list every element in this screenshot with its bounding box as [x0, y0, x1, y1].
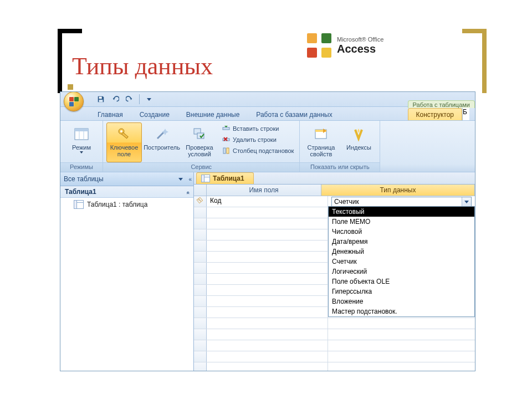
navigation-pane: Все таблицы « Таблица1 « Таблица1 : табл…	[60, 172, 194, 371]
row-selector-header[interactable]	[194, 185, 207, 196]
type-option[interactable]: Поле объекта OLE	[329, 277, 474, 287]
field-row-empty	[194, 340, 475, 351]
type-option[interactable]: Числовой	[329, 227, 474, 237]
data-type-cell[interactable]	[328, 340, 475, 351]
type-option[interactable]: Гиперссылка	[329, 287, 474, 296]
nav-item-table1[interactable]: Таблица1 : таблица	[60, 198, 193, 211]
column-data-type[interactable]: Тип данных	[321, 185, 475, 196]
field-name-cell[interactable]	[207, 207, 328, 218]
data-type-cell[interactable]	[328, 318, 475, 329]
field-name-cell[interactable]	[207, 263, 328, 273]
view-button[interactable]: Режим	[64, 122, 99, 162]
type-option[interactable]: Дата/время	[329, 237, 474, 247]
ribbon-group-show-hide: Страница свойств Индексы Показать или ск…	[300, 121, 380, 172]
property-sheet-button[interactable]: Страница свойств	[303, 122, 339, 162]
row-selector[interactable]	[194, 229, 207, 240]
field-name-cell[interactable]	[207, 307, 328, 318]
field-name-cell[interactable]	[207, 329, 328, 340]
indexes-button[interactable]: Индексы	[341, 122, 376, 162]
table-icon	[74, 200, 84, 209]
type-option[interactable]: Логический	[329, 267, 474, 277]
tab-design[interactable]: Конструктор	[408, 108, 462, 120]
row-selector[interactable]	[194, 307, 207, 318]
indexes-label: Индексы	[346, 144, 371, 151]
primary-key-button[interactable]: Ключевое поле	[106, 122, 142, 162]
row-selector[interactable]	[194, 296, 207, 306]
tab-home[interactable]: Главная	[89, 108, 131, 120]
row-selector[interactable]: ⚿	[194, 196, 207, 207]
field-grid: Имя поля Тип данных ⚿ Код Счетчик	[194, 185, 475, 371]
document-tab-table1[interactable]: Таблица1	[196, 172, 254, 184]
data-type-cell[interactable]	[328, 329, 475, 340]
lookup-column-icon	[222, 146, 231, 155]
view-label: Режим	[72, 144, 91, 151]
builder-button[interactable]: Построитель	[144, 122, 180, 162]
field-name-cell[interactable]	[207, 362, 328, 371]
row-selector[interactable]	[194, 263, 207, 273]
tab-database-tools[interactable]: Работа с базами данных	[248, 108, 340, 120]
data-type-cell[interactable]: Счетчик Текстовый Поле МЕМО Числовой Дат…	[328, 196, 475, 207]
row-selector[interactable]	[194, 285, 207, 295]
office-logo-icon	[307, 33, 331, 58]
field-name-cell[interactable]	[207, 318, 328, 329]
field-name-cell[interactable]: Код	[207, 196, 328, 207]
field-name-cell[interactable]	[207, 285, 328, 295]
insert-rows-icon	[222, 124, 231, 133]
qat-customize-button[interactable]	[143, 93, 155, 105]
type-option[interactable]: Поле МЕМО	[329, 217, 474, 227]
row-selector[interactable]	[194, 241, 207, 251]
svg-rect-0	[99, 97, 102, 99]
data-type-cell[interactable]	[328, 351, 475, 362]
field-name-cell[interactable]	[207, 340, 328, 351]
type-option[interactable]: Текстовый	[329, 207, 474, 217]
insert-rows-label: Вставить строки	[233, 125, 279, 132]
insert-rows-button[interactable]: Вставить строки	[219, 124, 296, 134]
ribbon-tabstrip: Главная Создание Внешние данные Работа с…	[60, 107, 475, 121]
tab-create[interactable]: Создание	[131, 108, 178, 120]
redo-button[interactable]	[124, 93, 136, 105]
row-selector[interactable]	[194, 218, 207, 229]
svg-point-7	[120, 130, 122, 132]
validate-button[interactable]: Проверка условий	[182, 122, 217, 162]
chevron-down-icon	[464, 201, 469, 203]
collapse-pane-icon[interactable]: «	[188, 176, 190, 182]
row-selector[interactable]	[194, 329, 207, 340]
row-selector[interactable]	[194, 351, 207, 362]
field-name-cell[interactable]	[207, 229, 328, 240]
row-selector[interactable]	[194, 318, 207, 329]
field-name-cell[interactable]	[207, 241, 328, 251]
svg-rect-17	[227, 148, 229, 154]
row-selector[interactable]	[194, 207, 207, 218]
data-type-select[interactable]: Счетчик	[331, 197, 472, 207]
field-name-cell[interactable]	[207, 274, 328, 284]
svg-rect-3	[75, 129, 88, 131]
data-type-dropdown[interactable]: Текстовый Поле МЕМО Числовой Дата/время …	[328, 206, 475, 317]
field-name-cell[interactable]	[207, 351, 328, 362]
column-field-name[interactable]: Имя поля	[207, 185, 321, 196]
row-selector[interactable]	[194, 274, 207, 284]
field-name-cell[interactable]	[207, 218, 328, 229]
row-selector[interactable]	[194, 362, 207, 371]
nav-pane-header[interactable]: Все таблицы «	[60, 172, 193, 186]
field-name-cell[interactable]	[207, 296, 328, 306]
data-type-cell[interactable]	[328, 362, 475, 371]
row-selector[interactable]	[194, 252, 207, 262]
bracket-top-right	[462, 29, 487, 93]
indexes-icon	[350, 125, 367, 143]
save-button[interactable]	[95, 93, 107, 105]
contextual-tab-group: Работа с таблицами Конструктор Б	[408, 100, 475, 120]
type-option[interactable]: Мастер подстановок.	[329, 306, 474, 316]
type-option[interactable]: Вложение	[329, 296, 474, 306]
field-name-cell[interactable]	[207, 252, 328, 262]
slide-title: Типы данных	[72, 52, 213, 80]
office-button[interactable]	[64, 91, 84, 111]
tab-external-data[interactable]: Внешние данные	[178, 108, 248, 120]
type-option[interactable]: Счетчик	[329, 257, 474, 267]
dropdown-button[interactable]	[462, 197, 471, 206]
type-option[interactable]: Денежный	[329, 247, 474, 257]
undo-button[interactable]	[109, 93, 121, 105]
row-selector[interactable]	[194, 340, 207, 351]
nav-group-header[interactable]: Таблица1 «	[60, 186, 193, 198]
delete-rows-button[interactable]: Удалить строки	[219, 135, 296, 145]
lookup-column-button[interactable]: Столбец подстановок	[219, 146, 296, 156]
